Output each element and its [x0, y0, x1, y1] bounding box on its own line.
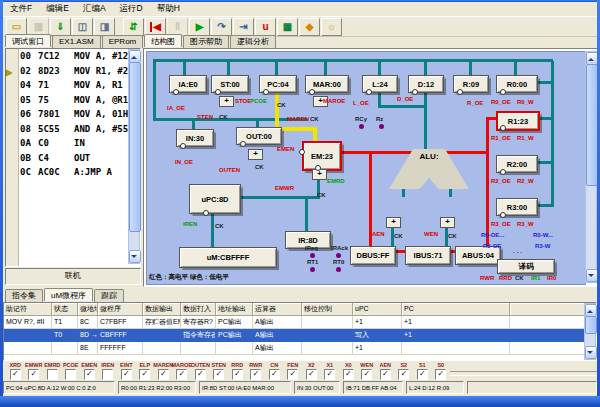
c-bytes: C0 [38, 138, 74, 148]
menu-item-4[interactable]: 帮助H [150, 3, 187, 15]
signal-checkbox-outen[interactable]: ✓ [195, 369, 206, 380]
step-over-button[interactable]: ⇥ [233, 18, 254, 36]
signal-checkbox-s2[interactable]: ✓ [398, 369, 409, 380]
column-header-6[interactable]: 地址输出 [216, 303, 253, 316]
signal-checkbox-x1[interactable]: ✓ [324, 369, 335, 380]
signal-checkbox-iren[interactable] [102, 369, 113, 380]
menu-item-1[interactable]: 编辑E [39, 3, 76, 15]
scroll-down-icon[interactable] [129, 250, 141, 263]
signal-checkbox-aen[interactable]: ✓ [380, 369, 391, 380]
table-cell [216, 342, 253, 355]
signal-name-label: IR0 [547, 275, 556, 281]
code-line[interactable]: 0AC0IN [20, 138, 128, 153]
code-line[interactable]: 067801MOV A, 01H [20, 109, 128, 124]
signal-checkbox-x2[interactable]: ✓ [306, 369, 317, 380]
signal-checkbox-eint[interactable]: ✓ [121, 369, 132, 380]
register-box-em[interactable]: EM:23 [302, 141, 342, 171]
signal-checkbox-elp[interactable]: ✓ [139, 369, 150, 380]
scrollbar-thumb[interactable] [129, 62, 141, 232]
menu-bar: 文件F编辑E汇编A运行D帮助H [3, 2, 597, 16]
c-addr: 06 [20, 109, 38, 119]
menu-item-0[interactable]: 文件F [3, 3, 39, 15]
signal-checkbox-sten[interactable]: ✓ [213, 369, 224, 380]
code-line[interactable]: 085C55AND A, #55H [20, 124, 128, 139]
signal-checkbox-pcoe[interactable] [65, 369, 76, 380]
signal-checkbox-cn[interactable]: ✓ [269, 369, 280, 380]
verify-program-button[interactable]: ◫ [72, 18, 93, 36]
column-header-0[interactable]: 助记符 [4, 303, 52, 316]
code-line[interactable]: 0575MOV A, @R1 [20, 95, 128, 110]
signal-checkbox-rwr[interactable]: ✓ [250, 369, 261, 380]
step-into-button[interactable]: ↷ [211, 18, 232, 36]
signal-checkbox-emrd[interactable] [47, 369, 58, 380]
left-tab-1[interactable]: EX1.ASM [52, 35, 101, 48]
signal-checkbox-s1[interactable]: ✓ [417, 369, 428, 380]
signal-checkbox-emen[interactable]: ✓ [84, 369, 95, 380]
column-header-9[interactable]: uPC [353, 303, 402, 316]
code-line[interactable]: 0471MOV A, R1 [20, 80, 128, 95]
bus-wire [305, 196, 308, 232]
bottom-tab-1[interactable]: uM微程序 [44, 288, 93, 301]
signal-checkbox-wen[interactable]: ✓ [361, 369, 372, 380]
table-row-2[interactable]: 8EFFFFFFA输出+1 [4, 342, 596, 355]
micro-view-button[interactable]: u [255, 18, 276, 36]
table-scrollbar[interactable] [584, 303, 596, 360]
signal-checkbox-emwr[interactable]: ✓ [28, 369, 39, 380]
signal-checkbox-xrd[interactable]: ✓ [10, 369, 21, 380]
wave-view-button[interactable]: ◆ [299, 18, 320, 36]
register-box-decoder[interactable]: 译码 [497, 259, 555, 274]
diagram-scrollbar[interactable] [585, 51, 597, 283]
column-header-3[interactable]: 微程序 [98, 303, 143, 316]
save-file-icon: ▥ [34, 22, 43, 32]
save-file-button[interactable]: ▥ [28, 18, 49, 36]
signal-checkbox-maren[interactable]: ✓ [158, 369, 169, 380]
signal-name-label: MAROE [323, 98, 345, 104]
register-box-um[interactable]: uM:CBFFFF [179, 247, 277, 268]
signal-checkbox-s0[interactable]: ✓ [435, 369, 446, 380]
signal-outen: OUTEN✓ [191, 362, 210, 380]
register-box-ibus[interactable]: IBUS:71 [405, 246, 451, 265]
column-header-2[interactable]: 微地址 [78, 303, 98, 316]
code-scrollbar[interactable] [128, 49, 140, 264]
table-row-1[interactable]: T08D →CBFFFF指令寄存器IPC输出A输出写入+1 [4, 329, 596, 342]
pause-button[interactable]: ‖ [167, 18, 188, 36]
download-program-button[interactable]: ⇓ [50, 18, 71, 36]
signal-iren: IREN [99, 362, 118, 380]
right-tab-0[interactable]: 结构图 [144, 34, 182, 47]
column-header-7[interactable]: 运算器 [253, 303, 302, 316]
open-file-button[interactable]: ▭ [6, 18, 27, 36]
code-line[interactable]: 028D23MOV R1, #23H [20, 66, 128, 81]
left-tab-0[interactable]: 调试窗口 [5, 34, 51, 47]
column-header-1[interactable]: 状态 [52, 303, 78, 316]
scrollbar-thumb[interactable] [585, 316, 597, 334]
register-box-upc[interactable]: uPC:8D [189, 184, 241, 214]
scroll-down-icon[interactable] [585, 346, 597, 359]
debug-tabstrip: 调试窗口EX1.ASMEPRom [5, 35, 144, 48]
right-tab-1[interactable]: 图示帮助 [183, 35, 229, 48]
column-header-10[interactable]: PC [402, 303, 510, 316]
reset-button[interactable]: ◀ [145, 18, 166, 36]
run-button[interactable]: ▶ [189, 18, 210, 36]
bottom-tab-2[interactable]: 跟踪 [94, 289, 124, 302]
menu-item-2[interactable]: 汇编A [76, 3, 113, 15]
code-line[interactable]: 007C12MOV A, #12H [20, 51, 128, 66]
menu-item-3[interactable]: 运行D [113, 3, 150, 15]
column-header-5[interactable]: 数据打入 [181, 303, 216, 316]
signal-checkbox-maroe[interactable]: ✓ [176, 369, 187, 380]
right-tab-2[interactable]: 逻辑分析 [230, 35, 276, 48]
compare-program-button[interactable]: ◨ [94, 18, 115, 36]
column-header-4[interactable]: 数据输出 [143, 303, 181, 316]
table-row-0[interactable]: MOV R?, #IIT18CC7FBFF存贮器值EM寄存器R?PC输出A输出+… [4, 316, 596, 329]
register-box-dbus[interactable]: DBUS:FF [350, 246, 396, 265]
help-tip-button[interactable]: ☼ [321, 18, 342, 36]
signal-checkbox-fen[interactable]: ✓ [287, 369, 298, 380]
code-line[interactable]: 0BC4OUT [20, 153, 128, 168]
left-tab-2[interactable]: EPRom [102, 35, 144, 48]
sync-refresh-button[interactable]: ⇵ [123, 18, 144, 36]
bottom-tab-0[interactable]: 指令集 [5, 289, 43, 302]
signal-checkbox-x0[interactable]: ✓ [343, 369, 354, 380]
logic-analyzer-button[interactable]: ▦ [277, 18, 298, 36]
column-header-8[interactable]: 移位控制 [302, 303, 353, 316]
code-line[interactable]: 0CAC0CA:JMP A [20, 167, 128, 182]
signal-checkbox-rrd[interactable]: ✓ [232, 369, 243, 380]
